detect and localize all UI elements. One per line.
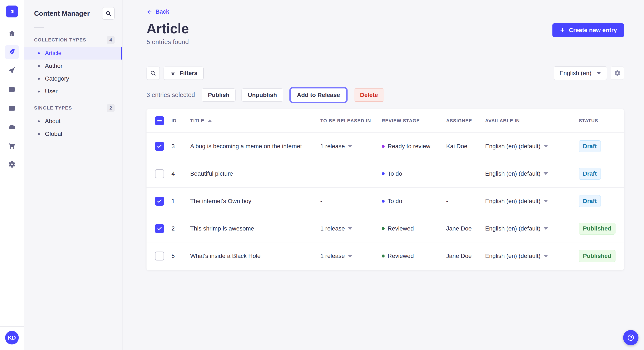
sidebar-item-label: Global [45,131,62,137]
cell-title: This shrimp is awesome [190,225,320,232]
column-header-id[interactable]: ID [172,118,190,124]
create-new-entry-button[interactable]: Create new entry [552,23,624,37]
column-header-title[interactable]: TITLE [190,118,320,124]
collection-types-list: Article Author Category User [24,47,122,98]
cell-assignee: - [446,198,485,204]
column-header-review-stage[interactable]: REVIEW STAGE [382,118,446,124]
chevron-down-icon [544,227,548,230]
search-button[interactable] [146,67,160,80]
sidebar-item-category[interactable]: Category [24,72,122,85]
home-icon[interactable] [5,26,19,40]
settings-gear-icon[interactable] [5,158,19,171]
sidebar-item-about[interactable]: About [24,115,122,128]
cell-available-in[interactable]: English (en) (default) [485,225,579,232]
sidebar-search-button[interactable] [102,7,114,19]
sort-ascending-icon [208,120,212,122]
status-badge: Published [579,250,616,262]
cell-to-be-released-in[interactable]: - [320,170,382,177]
cell-title: What's inside a Black Hole [190,253,320,259]
cell-review-stage: Reviewed [382,253,446,259]
check-icon [156,226,162,232]
stage-dot-icon [382,145,384,148]
column-header-available-in[interactable]: AVAILABLE IN [485,118,579,124]
filter-icon [170,70,176,76]
cell-to-be-released-in[interactable]: 1 release [320,225,382,232]
chevron-down-icon [348,227,352,230]
column-header-release[interactable]: TO BE RELEASED IN [320,118,382,124]
single-types-label: SINGLE TYPES [34,105,72,111]
app-root: KD Content Manager COLLECTION TYPES 4 Ar… [0,0,644,350]
publish-button[interactable]: Publish [202,88,236,102]
media-library-images-icon[interactable] [5,83,19,96]
row-checkbox[interactable] [155,252,164,260]
cell-id: 4 [172,170,190,177]
divider [34,27,44,28]
cell-to-be-released-in[interactable]: 1 release [320,143,382,150]
column-header-status[interactable]: STATUS [579,118,616,124]
check-icon [156,143,162,149]
locale-select[interactable]: English (en) [554,66,607,80]
releases-paper-plane-icon[interactable] [5,64,19,78]
plus-icon [560,27,566,33]
divider [0,326,24,327]
sidebar-item-global[interactable]: Global [24,128,122,140]
sidebar-item-label: Article [45,50,62,57]
table-body: 3 A bug is becoming a meme on the intern… [146,133,624,270]
single-types-list: About Global [24,115,122,140]
back-link[interactable]: Back [146,8,169,15]
select-all-checkbox[interactable] [155,116,164,125]
row-checkbox[interactable] [155,224,164,233]
row-checkbox[interactable] [155,197,164,206]
sidebar: Content Manager COLLECTION TYPES 4 Artic… [24,0,122,350]
cell-review-stage: To do [382,170,446,177]
status-badge: Draft [579,168,601,180]
column-header-assignee[interactable]: ASSIGNEE [446,118,485,124]
stage-dot-icon [382,172,384,175]
bullet-icon [38,120,40,122]
marketplace-cart-icon[interactable] [5,139,19,153]
divider [0,23,24,23]
content-type-builder-layout-icon[interactable] [5,101,19,115]
help-button[interactable] [623,330,638,345]
chevron-down-icon [348,255,352,257]
cell-available-in[interactable]: English (en) (default) [485,198,579,204]
delete-button[interactable]: Delete [354,88,384,102]
sidebar-item-article[interactable]: Article [24,47,122,59]
cell-to-be-released-in[interactable]: 1 release [320,253,382,259]
cell-assignee: Jane Doe [446,225,485,232]
filters-button[interactable]: Filters [164,67,204,80]
cell-id: 5 [172,253,190,259]
unpublish-button[interactable]: Unpublish [242,88,283,102]
cell-title: Beautiful picture [190,170,320,177]
cell-review-stage: Reviewed [382,225,446,232]
row-checkbox[interactable] [155,142,164,151]
row-checkbox[interactable] [155,169,164,178]
avatar[interactable]: KD [5,331,19,345]
sidebar-item-user[interactable]: User [24,85,122,98]
single-types-section: SINGLE TYPES 2 About Global [24,104,122,140]
deploy-cloud-icon[interactable] [5,120,19,134]
sidebar-item-label: User [45,88,58,95]
add-to-release-button[interactable]: Add to Release [291,88,346,102]
status-badge: Draft [579,140,601,152]
sidebar-item-author[interactable]: Author [24,59,122,72]
view-settings-button[interactable] [611,67,624,80]
content-manager-feather-icon[interactable] [5,45,19,59]
search-icon [150,70,156,76]
cell-available-in[interactable]: English (en) (default) [485,170,579,177]
table-row: 4 Beautiful picture - To do - English (e… [146,160,624,187]
entries-count: 5 entries found [146,38,189,45]
cell-available-in[interactable]: English (en) (default) [485,253,579,259]
cell-title: A bug is becoming a meme on the internet [190,143,320,150]
strapi-logo-icon[interactable] [6,5,18,17]
cell-to-be-released-in[interactable]: - [320,198,382,204]
cell-available-in[interactable]: English (en) (default) [485,143,579,150]
cell-id: 1 [172,198,190,204]
gear-icon [614,70,621,77]
bullet-icon [38,133,40,135]
page-title: Article [146,21,189,36]
cell-assignee: - [446,170,485,177]
sidebar-title: Content Manager [34,9,90,17]
single-types-count-badge: 2 [107,104,114,112]
stage-dot-icon [382,200,384,203]
